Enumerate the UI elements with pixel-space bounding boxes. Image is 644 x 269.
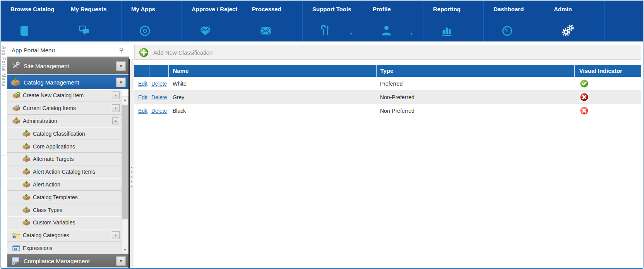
chevron-down-icon[interactable]: ▼ [349,32,353,36]
book-icon [18,24,31,37]
column-header-type: Type [376,65,574,77]
nav-item-profile[interactable]: Profile▼ [363,1,423,41]
tree-item-custom-variables[interactable]: Custom Variables [7,216,122,229]
nav-item-label: Browse Catalog [10,6,58,12]
tree-item-label: Catalog Categories [23,232,112,238]
tree-item-current-catalog-items[interactable]: Current Catalog Items▼ [7,102,122,115]
section-dropdown-button[interactable]: ▼ [116,61,126,71]
vertical-tab-label: App Portal Menu [1,46,7,86]
tree-item-catalog-templates[interactable]: Catalog Templates [7,191,122,203]
green-check-icon [579,79,589,89]
scroll-up-arrow[interactable]: ▲ [122,97,128,103]
tree-item-alternate-targets[interactable]: Alternate Targets [7,153,122,166]
nav-item-label: Admin [554,6,602,12]
splitter-grip-icon [131,167,132,187]
tree-item-label: Administration [23,118,112,124]
tree-item-alert-action-catalog-items[interactable]: Alert Action Catalog Items [7,166,122,178]
sidebar-section-catalog-management[interactable]: Catalog Management▼ [7,75,129,89]
tree-item-core-applications[interactable]: Core Applications [7,140,122,153]
item-collapse-button[interactable]: ▲ [112,117,119,124]
edit-link[interactable]: Edit [138,108,147,114]
tools-icon [320,24,332,37]
sidebar-section-site-management[interactable]: Site Management▼ [7,57,129,74]
section-label: Catalog Management [24,79,116,86]
tree-item-expressions[interactable]: Expressions [7,242,122,255]
scroll-down-arrow[interactable]: ▼ [122,247,128,253]
item-dropdown-button[interactable]: ▼ [112,91,120,99]
nav-item-my-apps[interactable]: My Apps [122,1,182,41]
box-arrow-icon [22,143,30,150]
box-arrow-icon [22,181,30,188]
tree-item-catalog-categories[interactable]: Catalog Categories▼ [7,229,122,242]
nav-item-browse-catalog[interactable]: Browse Catalog [1,1,61,41]
nav-item-reporting[interactable]: Reporting [423,1,484,41]
tree-item-label: Alternate Targets [33,156,122,162]
name-cell: Grey [168,90,376,104]
monitor-disc-icon [10,256,21,266]
type-cell: Non-Preferred [376,104,574,117]
panel-splitter[interactable] [130,59,134,268]
table-row-black: EditDeleteBlackNon-Preferred [134,104,641,117]
bar-chart-icon [440,24,453,37]
envelope-shield-icon [199,24,212,37]
box-arrow-icon [22,168,30,175]
catalog-management-tree: Create New Catalog Item▼Current Catalog … [7,89,122,254]
column-header-visual-indicator: Visual Indicator [574,65,641,77]
tree-item-administration[interactable]: Administration▲ [7,115,122,128]
chevron-down-icon[interactable]: ▼ [410,32,413,36]
gears-icon [561,24,574,37]
name-cell: Black [168,104,376,117]
sidebar-section-compliance-management[interactable]: Compliance Management▼ [7,254,129,267]
nav-item-my-requests[interactable]: My Requests [61,1,122,41]
tree-item-label: Class Types [33,207,122,213]
section-dropdown-button[interactable]: ▼ [116,78,126,87]
window-icon [12,245,20,252]
app-portal-menu-vertical-tab[interactable]: App Portal Menu [1,42,7,155]
delete-link[interactable]: Delete [151,94,167,100]
box-plus-icon [12,92,20,99]
panel-title-bar: App Portal Menu [7,44,129,57]
red-x-icon [579,92,589,102]
tree-item-label: Custom Variables [33,219,122,226]
nav-item-admin[interactable]: Admin [544,1,605,41]
add-new-classification-button[interactable]: Add New Classification [134,45,641,60]
tree-item-label: Alert Action [33,181,122,188]
add-new-classification-label: Add New Classification [153,49,212,56]
table-header-row: NameTypeVisual Indicator [134,65,641,77]
name-cell: White [168,77,376,90]
tree-item-label: Expressions [23,245,122,251]
delete-link[interactable]: Delete [151,81,167,87]
box-arrow-icon [22,194,30,201]
app-portal-window: Browse CatalogMy RequestsMy AppsApprove … [0,0,644,269]
nav-item-approve-reject[interactable]: Approve / Reject [182,1,242,41]
nav-item-label: Reporting [433,6,481,12]
crossed-tools-icon [10,61,21,71]
item-dropdown-button[interactable]: ▼ [112,104,120,112]
nav-item-processed[interactable]: Processed [242,1,303,41]
nav-item-label: Dashboard [493,6,541,12]
pushpin-icon[interactable] [118,47,124,53]
tree-item-label: Catalog Classification [33,131,122,137]
nav-item-dashboard[interactable]: Dashboard [484,1,544,41]
sidebar-scrollbar[interactable]: ▲ ▼ [122,96,128,253]
red-x-icon [579,106,589,116]
edit-link[interactable]: Edit [138,94,147,100]
tree-item-label: Current Catalog Items [23,105,112,111]
delete-link[interactable]: Delete [151,108,167,114]
item-dropdown-button[interactable]: ▼ [112,231,120,239]
tree-item-alert-action[interactable]: Alert Action [7,178,122,191]
tree-item-label: Create New Catalog Item [23,92,112,98]
tree-item-class-types[interactable]: Class Types [7,203,122,216]
section-dropdown-button[interactable]: ▼ [116,256,126,266]
tree-item-catalog-classification[interactable]: Catalog Classification [7,127,122,140]
table-row-grey: EditDeleteGreyNon-Preferred [134,90,641,104]
nav-item-label: Processed [252,6,300,12]
tree-item-create-new-catalog-item[interactable]: Create New Catalog Item▼ [7,89,122,102]
folder-gear-icon [12,232,20,239]
scrollbar-thumb[interactable] [122,105,128,219]
nav-item-support-tools[interactable]: Support Tools▼ [303,1,363,41]
person-icon [380,24,393,37]
nav-item-label: Profile [373,6,421,12]
edit-link[interactable]: Edit [138,81,147,87]
nav-item-label: Support Tools [312,6,360,12]
